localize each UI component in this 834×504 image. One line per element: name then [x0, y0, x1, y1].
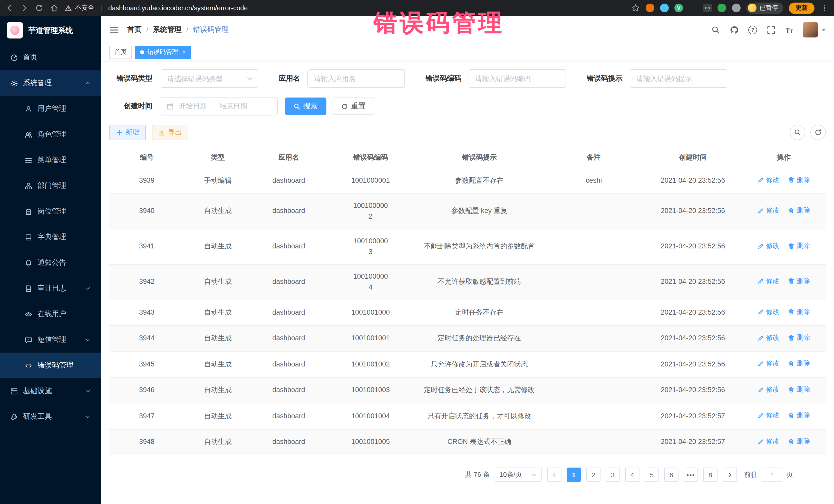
- sidebar-item-online-user[interactable]: 在线用户: [0, 301, 101, 327]
- edit-link[interactable]: 修改: [757, 276, 780, 286]
- sidebar-item-dict-mgmt[interactable]: 字典管理: [0, 224, 101, 250]
- breadcrumb-item[interactable]: 首页: [127, 25, 142, 35]
- breadcrumb-separator: /: [186, 26, 188, 34]
- help-icon[interactable]: ?: [749, 25, 757, 34]
- add-button[interactable]: 新增: [109, 125, 146, 140]
- search-icon[interactable]: [711, 25, 720, 34]
- browser-update-button[interactable]: 更新: [789, 2, 814, 14]
- extension-blue-icon[interactable]: [660, 4, 669, 12]
- app-logo[interactable]: 芋道管理系统: [0, 16, 101, 45]
- back-icon[interactable]: [5, 4, 14, 12]
- sidebar-item-notice[interactable]: 通知公告: [0, 250, 101, 276]
- sidebar-item-home[interactable]: 首页: [0, 45, 101, 70]
- extension-green-icon[interactable]: [718, 4, 726, 12]
- delete-link[interactable]: 删除: [788, 436, 810, 446]
- delete-link[interactable]: 删除: [788, 333, 810, 343]
- delete-link[interactable]: 删除: [788, 410, 810, 421]
- error-code-input[interactable]: [468, 69, 566, 88]
- table-row: 3939 手动编辑 dashboard 1001000001 参数配置不存在 c…: [109, 168, 826, 194]
- switch-on-icon[interactable]: on: [703, 4, 712, 12]
- edit-link[interactable]: 修改: [757, 241, 780, 251]
- app-name-input[interactable]: [307, 69, 405, 88]
- page-button-5[interactable]: 5: [644, 468, 659, 482]
- edit-link[interactable]: 修改: [757, 307, 780, 317]
- bookmark-star-icon[interactable]: [631, 4, 640, 12]
- reset-button[interactable]: 重置: [333, 97, 374, 115]
- tags-view: 首页 × 错误码管理 ×: [101, 44, 834, 61]
- chevron-icon: [85, 260, 91, 266]
- page-button-1[interactable]: 1: [567, 468, 581, 482]
- chevron-icon: [85, 131, 91, 137]
- sidebar-item-infrastructure[interactable]: 基础设施: [0, 378, 101, 404]
- sidebar-item-audit-log[interactable]: 审计日志: [0, 276, 101, 301]
- chevron-icon: [85, 209, 91, 215]
- delete-link[interactable]: 删除: [788, 385, 810, 395]
- delete-link[interactable]: 删除: [788, 358, 810, 369]
- next-page-button[interactable]: [723, 468, 737, 482]
- page-button-6[interactable]: 6: [664, 468, 679, 482]
- export-button[interactable]: 导出: [152, 125, 188, 140]
- kebab-menu-icon[interactable]: [820, 4, 829, 12]
- refresh-icon[interactable]: [810, 125, 826, 140]
- date-range-picker[interactable]: 开始日期 - 结束日期: [161, 97, 278, 115]
- page-button-4[interactable]: 4: [625, 468, 639, 482]
- delete-link[interactable]: 删除: [788, 205, 810, 216]
- profile-paused-badge[interactable]: 已暂停: [746, 2, 783, 14]
- font-size-icon[interactable]: TT: [786, 26, 793, 34]
- edit-link[interactable]: 修改: [757, 410, 780, 421]
- sidebar-item-dept-mgmt[interactable]: 部门管理: [0, 173, 101, 199]
- address-bar[interactable]: dashboard.yudao.iocoder.cn/system/error-…: [108, 4, 625, 12]
- error-hint-input[interactable]: [630, 69, 727, 88]
- delete-link[interactable]: 删除: [788, 276, 810, 286]
- goto-input[interactable]: [762, 468, 782, 482]
- edit-link[interactable]: 修改: [757, 385, 780, 395]
- sidebar-item-system[interactable]: 系统管理: [0, 70, 101, 96]
- sidebar-item-menu-mgmt[interactable]: 菜单管理: [0, 147, 101, 173]
- reload-icon[interactable]: [35, 4, 44, 12]
- apps-grid-icon[interactable]: [689, 4, 698, 12]
- edit-link[interactable]: 修改: [757, 333, 780, 343]
- page-size-select[interactable]: 10条/页: [495, 468, 542, 482]
- delete-link[interactable]: 删除: [788, 175, 810, 185]
- edit-link[interactable]: 修改: [757, 436, 780, 446]
- delete-link[interactable]: 删除: [788, 307, 810, 317]
- forward-icon[interactable]: [20, 4, 29, 12]
- app-name-label: 应用名: [279, 74, 300, 83]
- caret-down-icon: [822, 28, 826, 31]
- active-dot: [140, 50, 144, 54]
- edit-link[interactable]: 修改: [757, 358, 780, 369]
- sidebar-item-error-code-mgmt[interactable]: 错误码管理: [0, 353, 101, 378]
- edit-link[interactable]: 修改: [757, 205, 780, 216]
- sidebar-item-role-mgmt[interactable]: 角色管理: [0, 122, 101, 147]
- tab-错误码管理[interactable]: 错误码管理 ×: [135, 45, 191, 59]
- search-button[interactable]: 搜索: [285, 97, 326, 115]
- page-button-2[interactable]: 2: [586, 468, 600, 482]
- home-icon[interactable]: [50, 4, 59, 12]
- page-ellipsis[interactable]: •••: [684, 468, 698, 482]
- sidebar-item-post-mgmt[interactable]: 岗位管理: [0, 199, 101, 224]
- breadcrumb-item[interactable]: 错误码管理: [193, 25, 229, 35]
- extension-pin-icon[interactable]: [732, 4, 741, 12]
- security-chip[interactable]: 不安全: [65, 4, 94, 12]
- sidebar-item-dev-tools[interactable]: 研发工具: [0, 404, 101, 430]
- fullscreen-icon[interactable]: [767, 25, 776, 34]
- sidebar-item-sms-mgmt[interactable]: 短信管理: [0, 327, 101, 353]
- error-type-select[interactable]: [161, 69, 258, 88]
- extension-orange-icon[interactable]: [646, 4, 654, 12]
- edit-link[interactable]: 修改: [757, 175, 780, 185]
- page-button-8[interactable]: 8: [703, 468, 718, 482]
- sidebar-item-user-mgmt[interactable]: 用户管理: [0, 96, 101, 122]
- delete-link[interactable]: 删除: [788, 241, 810, 251]
- warning-icon: [65, 4, 72, 12]
- toggle-search-icon[interactable]: [790, 125, 805, 140]
- close-icon[interactable]: ×: [182, 48, 186, 56]
- page-button-3[interactable]: 3: [606, 468, 620, 482]
- hamburger-icon[interactable]: [109, 25, 119, 35]
- github-icon[interactable]: [730, 25, 739, 34]
- chevron-icon: [85, 311, 91, 317]
- vue-devtools-icon[interactable]: V: [674, 4, 683, 12]
- prev-page-button[interactable]: [547, 468, 562, 482]
- tab-首页[interactable]: 首页 ×: [109, 45, 132, 59]
- breadcrumb-item[interactable]: 系统管理: [153, 25, 182, 35]
- user-avatar[interactable]: [803, 22, 826, 38]
